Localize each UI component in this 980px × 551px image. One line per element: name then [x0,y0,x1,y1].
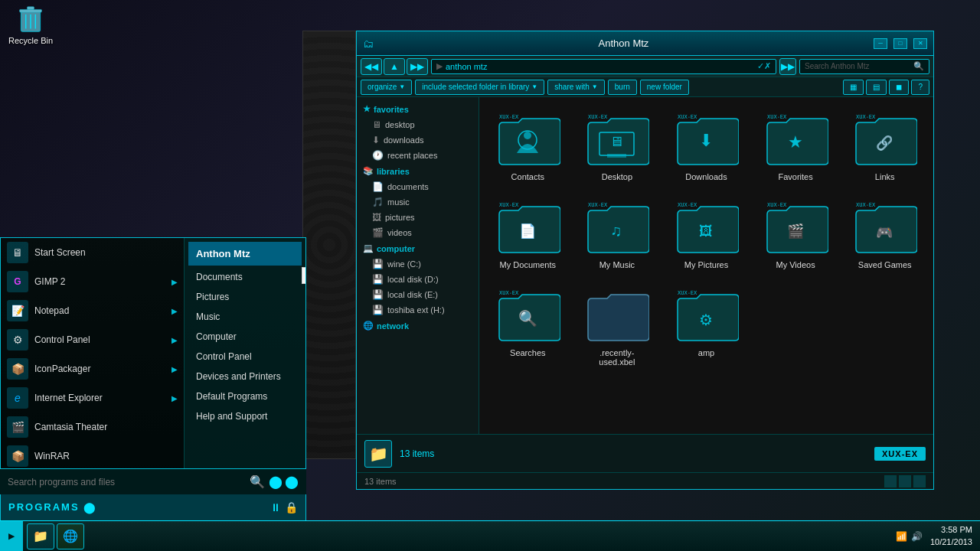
close-button[interactable]: ✕ [913,38,927,49]
sidebar-item-videos[interactable]: 🎬 videos [357,225,479,240]
folder-downloads-label: Downloads [685,172,727,181]
view-mode-grid-button[interactable]: ▦ [843,80,864,95]
forward-button[interactable]: ▶▶ [407,58,428,75]
folder-my-documents-label: My Documents [500,260,556,269]
sidebar-item-music[interactable]: 🎵 music [357,194,479,210]
right-menu-help[interactable]: Help and Support [188,406,302,426]
folder-amp[interactable]: XUX-EX ⚙ amp [665,281,747,370]
svg-text:XUX-EX: XUX-EX [678,290,697,296]
search-icon: 🔍 [250,474,265,489]
burn-button[interactable]: burn [608,80,637,95]
detail-view-icon[interactable] [899,475,911,487]
minimize-button[interactable]: ─ [874,38,887,49]
search-box[interactable]: Search Anthon Mtz 🔍 [799,59,929,74]
start-menu-item-ie[interactable]: e Internet Explorer ▶ [1,383,184,412]
explorer-title: Anthon Mtz [380,37,867,49]
recycle-bin[interactable]: Recycle Bin [4,4,57,45]
explorer-window-icon: 🗂 [363,37,374,50]
right-menu-computer[interactable]: Computer [188,327,302,347]
sidebar-item-local-d[interactable]: 💾 local disk (D:) [357,272,479,287]
folder-recently-used[interactable]: .recently-used.xbel [577,281,658,370]
computer-label: computer [377,244,415,253]
start-menu-item-control-panel[interactable]: ⚙ Control Panel ▶ [1,325,184,354]
right-menu-devices[interactable]: Devices and Printers [188,367,302,386]
search-input[interactable] [8,477,250,487]
folder-my-music[interactable]: XUX-EX ♫ My Music [577,193,658,273]
music-menu-label: Music [196,311,220,322]
folder-favorites[interactable]: XUX-EX ★ Favorites [755,105,837,185]
up-button[interactable]: ▲ [384,58,405,75]
power-button[interactable]: ⏸ [270,501,281,514]
sidebar-item-toshiba[interactable]: 💾 toshiba ext (H:) [357,302,479,318]
folder-my-videos[interactable]: XUX-EX 🎬 My Videos [755,193,837,273]
maximize-button[interactable]: □ [893,38,907,49]
help-button[interactable]: ? [911,80,929,95]
large-icon-view-icon[interactable] [913,475,926,487]
back-button[interactable]: ◀◀ [361,58,382,75]
taskbar-item-chrome[interactable]: 🌐 [57,523,84,549]
folder-recently-used-icon [583,285,652,346]
folder-desktop-icon: XUX-EX 🖥 [583,109,652,170]
list-view-icon[interactable] [884,475,897,487]
refresh-button[interactable]: ▶▶ [779,58,796,75]
start-menu-bottom: PROGRAMS ⬤ ⏸ 🔒 [1,493,305,520]
sidebar-item-documents[interactable]: 📄 documents [357,179,479,194]
folder-links[interactable]: XUX-EX 🔗 Links [844,105,926,185]
sidebar-item-pictures[interactable]: 🖼 pictures [357,210,479,225]
library-icon: 📚 [363,166,374,176]
folder-my-documents[interactable]: XUX-EX 📄 My Documents [487,193,569,273]
start-menu-item-gimp[interactable]: G GIMP 2 ▶ [1,267,184,296]
right-menu-default-programs[interactable]: Default Programs [188,386,302,406]
folder-my-music-label: My Music [599,260,635,269]
view-icons [884,475,926,487]
address-bar[interactable]: ▶ anthon mtz ✓✗ [431,59,776,74]
sidebar-item-local-e[interactable]: 💾 local disk (E:) [357,287,479,302]
folder-saved-games[interactable]: XUX-EX 🎮 Saved Games [844,193,926,273]
view-mode-details-button[interactable]: ▤ [866,80,887,95]
svg-text:🖼: 🖼 [699,223,713,239]
folder-contacts[interactable]: XUX-EX Contacts [487,105,569,185]
sidebar-item-recent-places[interactable]: 🕐 recent places [357,148,479,163]
organize-button[interactable]: organize ▼ [361,80,412,95]
view-options-button[interactable]: ◼ [889,80,909,95]
share-with-button[interactable]: share with ▼ [547,80,605,95]
recycle-bin-icon [15,4,46,34]
folder-my-music-icon: XUX-EX ♫ [583,197,652,258]
right-menu-control-panel[interactable]: Control Panel [188,347,302,367]
sidebar-item-wine[interactable]: 💾 wine (C:) [357,256,479,272]
start-button[interactable]: ▶ [0,521,23,552]
sidebar-item-downloads[interactable]: ⬇ downloads [357,132,479,148]
right-menu-music[interactable]: Music [188,307,302,327]
svg-text:🔗: 🔗 [876,135,893,152]
sidebar-item-desktop[interactable]: 🖥 desktop [357,117,479,132]
documents-icon: 📄 [372,181,384,192]
folder-downloads[interactable]: XUX-EX ⬇ Downloads [665,105,747,185]
include-library-button[interactable]: include selected folder in library ▼ [415,80,544,95]
taskbar-explorer-icon: 📁 [33,529,48,543]
start-menu-item-iconpackager[interactable]: 📦 IconPackager ▶ [1,354,184,383]
lock-button[interactable]: 🔒 [285,501,298,514]
bottom-status-text: 13 items [364,477,884,486]
right-menu-pictures[interactable]: Pictures [188,287,302,307]
network-tray-icon: 📶 [896,531,907,542]
folder-searches[interactable]: XUX-EX 🔍 Searches [487,281,569,370]
favorites-label: favorites [374,105,409,114]
search-btn-1[interactable]: ⬤ [269,474,283,489]
winrar-label: WinRAR [34,451,178,461]
include-library-label: include selected folder in library [422,83,529,91]
programs-button[interactable]: PROGRAMS [8,501,80,513]
start-menu-item-winrar[interactable]: 📦 WinRAR [1,442,184,471]
start-menu-item-start-screen[interactable]: 🖥 Start Screen [1,238,184,267]
start-menu-item-camtasia[interactable]: 🎬 Camtasia Theater [1,412,184,442]
status-item-count: 13 items [400,448,867,459]
side-panel [302,31,356,459]
search-btn-2[interactable]: ⬤ [285,474,299,489]
star-icon: ★ [363,104,371,114]
svg-text:XUX-EX: XUX-EX [767,202,787,208]
taskbar-item-explorer[interactable]: 📁 [27,523,54,549]
folder-my-pictures[interactable]: XUX-EX 🖼 My Pictures [665,193,747,273]
start-menu-item-notepad[interactable]: 📝 Notepad ▶ [1,296,184,325]
new-folder-button[interactable]: new folder [640,80,689,95]
folder-desktop[interactable]: XUX-EX 🖥 Desktop [577,105,658,185]
right-menu-documents[interactable]: Documents Open your personal folder. [188,267,302,287]
